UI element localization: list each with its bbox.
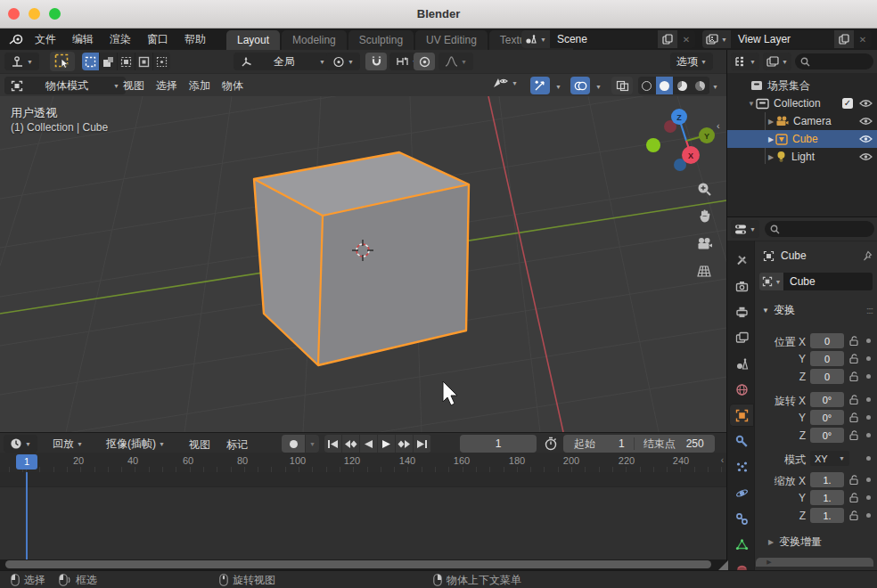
select-mode-subtract-button[interactable] (118, 53, 135, 70)
rotation-y-field[interactable]: 0° (810, 410, 844, 425)
jump-to-start-button[interactable] (324, 435, 342, 453)
tab-world-properties[interactable] (729, 378, 754, 401)
remove-view-layer-button[interactable]: ✕ (854, 35, 872, 45)
select-mode-extend-button[interactable] (100, 53, 118, 70)
outliner-row-camera[interactable]: ▶ Camera (727, 112, 877, 130)
menu-file[interactable]: 文件 (27, 29, 64, 50)
animate-dot[interactable] (866, 513, 871, 518)
scale-y-field[interactable]: 1. (810, 490, 844, 505)
shading-rendered-button[interactable] (692, 77, 709, 94)
eye-icon[interactable] (859, 117, 873, 126)
location-x-field[interactable]: 0 (810, 333, 844, 348)
view-layer-browse-button[interactable]: ▼ (702, 30, 731, 48)
animate-dot[interactable] (866, 478, 871, 482)
delta-transform-panel-header[interactable]: ▶ 变换增量 (766, 535, 822, 550)
object-name-input[interactable] (783, 273, 873, 290)
outliner-display-mode-button[interactable]: ▼ (763, 53, 791, 70)
show-overlays-toggle[interactable] (570, 77, 590, 94)
panel-drag-dots[interactable]: :::: (866, 306, 873, 315)
shading-dropdown[interactable]: ▼ (712, 84, 718, 90)
eye-icon[interactable] (859, 135, 873, 143)
unlock-icon[interactable] (848, 429, 859, 441)
start-frame-value[interactable]: 1 (619, 437, 625, 450)
select-mode-set-button[interactable] (82, 53, 100, 70)
tab-modifier-properties[interactable] (729, 429, 754, 453)
playhead-marker[interactable]: 1 (16, 454, 37, 470)
gizmo-dropdown[interactable]: ▼ (555, 84, 561, 90)
tab-object-properties[interactable] (729, 404, 754, 427)
tab-physics-properties[interactable] (729, 481, 754, 504)
new-view-layer-button[interactable] (834, 30, 854, 48)
scene-browse-button[interactable]: ▼ (521, 30, 550, 48)
cube-object[interactable] (254, 152, 469, 365)
minimize-window-button[interactable] (29, 8, 40, 20)
area-resize-grip[interactable] (718, 560, 728, 570)
timeline-scrollbar[interactable] (5, 560, 711, 568)
menu-select[interactable]: 选择 (149, 74, 184, 97)
rotation-z-field[interactable]: 0° (810, 428, 844, 443)
tab-render-properties[interactable] (729, 274, 754, 298)
tab-tool-properties[interactable] (729, 248, 754, 271)
axis-minus-y-ball[interactable] (646, 138, 660, 152)
unlock-icon[interactable] (848, 335, 859, 347)
location-y-field[interactable]: 0 (810, 351, 844, 366)
workspace-tab-layout[interactable]: Layout (226, 30, 280, 50)
shading-wireframe-button[interactable] (638, 77, 656, 94)
play-reverse-button[interactable] (360, 435, 378, 453)
pivot-point-dropdown[interactable]: ▼ (326, 53, 360, 70)
unlock-icon[interactable] (848, 394, 859, 405)
animate-dot[interactable] (866, 339, 871, 343)
animate-dot[interactable] (866, 433, 871, 437)
overlays-dropdown[interactable]: ▼ (595, 84, 602, 90)
animate-dot[interactable] (866, 356, 871, 361)
proportional-falloff-dropdown[interactable]: ▼ (438, 53, 473, 70)
zoom-view-button[interactable] (694, 179, 714, 199)
mode-dropdown[interactable]: 物体模式 ▼ (4, 77, 126, 94)
unlock-icon[interactable] (848, 510, 859, 521)
timeline-collapse-arrow[interactable]: ‹ (721, 455, 724, 465)
breadcrumb-object-name[interactable]: Cube (781, 249, 807, 262)
menu-add[interactable]: 添加 (182, 74, 217, 97)
disclosure-closed-icon[interactable]: ▶ (766, 153, 775, 161)
disclosure-closed-icon[interactable]: ▶ (766, 135, 775, 143)
next-keyframe-button[interactable] (396, 435, 414, 453)
active-tool-select-box-button[interactable] (50, 52, 75, 71)
eye-icon[interactable] (859, 152, 873, 161)
select-mode-invert-button[interactable] (135, 53, 153, 70)
unlock-icon[interactable] (848, 492, 859, 503)
pin-icon[interactable] (862, 250, 873, 262)
menu-timeline-view[interactable]: 视图 (189, 437, 210, 453)
location-z-field[interactable]: 0 (810, 369, 844, 384)
animate-dot[interactable] (866, 397, 871, 402)
rotation-x-field[interactable]: 0° (810, 392, 844, 407)
current-frame-field[interactable]: 1 (460, 435, 537, 453)
outliner-row-cube[interactable]: ▶ Cube (727, 130, 877, 148)
shading-solid-button[interactable] (656, 77, 674, 94)
transform-orientation-dropdown[interactable]: 全局 ▼ (234, 53, 332, 70)
proportional-editing-toggle[interactable] (414, 53, 435, 70)
play-button[interactable] (378, 435, 396, 453)
disclosure-closed-icon[interactable]: ▶ (766, 118, 775, 126)
animate-dot[interactable] (866, 456, 871, 461)
viewport-3d[interactable]: 用户透视 (1) Collection | Cube Z Y X (0, 96, 726, 432)
snap-toggle-button[interactable] (365, 53, 387, 70)
keying-set-dropdown[interactable]: ▼ (306, 435, 319, 453)
eye-icon[interactable] (859, 99, 873, 108)
sidebar-toggle-arrow[interactable]: ‹ (717, 120, 720, 131)
properties-editor-type-button[interactable]: ▼ (731, 220, 759, 238)
view-layer-name[interactable]: View Layer (731, 33, 834, 45)
use-preview-range-icon[interactable] (544, 437, 558, 451)
menu-window[interactable]: 窗口 (139, 29, 176, 50)
collection-checkbox[interactable]: ✓ (842, 98, 853, 109)
unlock-icon[interactable] (848, 474, 859, 486)
jump-to-end-button[interactable] (414, 435, 431, 453)
unlock-icon[interactable] (848, 371, 859, 382)
toggle-orthographic-button[interactable] (694, 261, 714, 281)
menu-help[interactable]: 帮助 (176, 29, 214, 50)
menu-keying[interactable]: 抠像(插帧)▼ (100, 435, 171, 453)
unlock-icon[interactable] (848, 412, 859, 423)
scene-name[interactable]: Scene (550, 33, 658, 45)
outliner-row-collection[interactable]: ▼ Collection ✓ (727, 94, 877, 112)
end-frame-value[interactable]: 250 (686, 437, 704, 450)
unlock-icon[interactable] (848, 353, 859, 364)
